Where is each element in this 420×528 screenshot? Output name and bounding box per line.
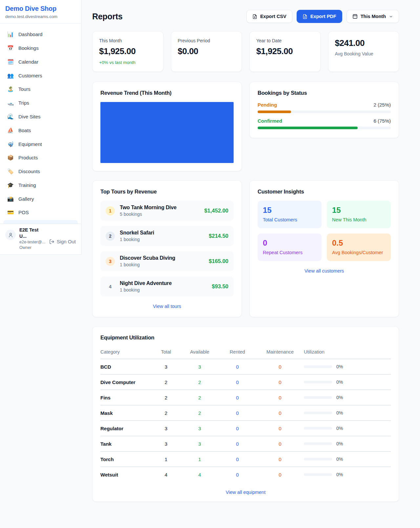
table-row: Mask 2 2 0 0 0% bbox=[100, 405, 391, 421]
stat-label: Avg Booking Value bbox=[335, 51, 392, 56]
page-header: Reports Export CSV Export PDF This Month bbox=[92, 10, 399, 23]
tour-row: 3 Discover Scuba Diving 1 booking $165.0… bbox=[100, 251, 234, 271]
tour-row: 2 Snorkel Safari 1 booking $214.50 bbox=[100, 226, 234, 246]
main-content: Reports Export CSV Export PDF This Month… bbox=[81, 0, 420, 515]
bookings-by-status-title: Bookings by Status bbox=[258, 90, 391, 96]
bookings-by-status-card: Bookings by Status Pending 2 (25%) Confi… bbox=[249, 82, 399, 138]
sidebar-item-tours[interactable]: 🏝️ Tours bbox=[3, 82, 78, 96]
user-name: E2E Test U... bbox=[19, 227, 46, 239]
sign-out-label: Sign Out bbox=[57, 239, 76, 244]
status-row-pending: Pending 2 (25%) bbox=[258, 102, 391, 113]
cell-available: 4 bbox=[181, 467, 219, 482]
sidebar-item-gallery[interactable]: 📸 Gallery bbox=[3, 192, 78, 206]
sidebar-item-label: Equipment bbox=[18, 141, 42, 147]
table-row: Fins 2 2 0 0 0% bbox=[100, 390, 391, 405]
sidebar-item-dashboard[interactable]: 📊 Dashboard bbox=[3, 28, 78, 41]
cell-rented: 0 bbox=[219, 390, 256, 405]
cell-total: 4 bbox=[151, 467, 181, 482]
shop-name: Demo Dive Shop bbox=[5, 5, 76, 12]
sidebar-item-pos[interactable]: 💳 POS bbox=[3, 206, 78, 219]
cell-maintenance: 0 bbox=[256, 421, 304, 436]
sidebar-item-training[interactable]: 🎓 Training bbox=[3, 178, 78, 192]
status-progress-fill bbox=[258, 127, 358, 129]
cell-maintenance: 0 bbox=[256, 467, 304, 482]
sidebar-item-dive-sites[interactable]: 🌊 Dive Sites bbox=[3, 110, 78, 124]
export-pdf-button[interactable]: Export PDF bbox=[297, 10, 342, 23]
user-meta: E2E Test U... e2e-tester@... Owner bbox=[19, 227, 46, 251]
cell-available: 3 bbox=[181, 436, 219, 452]
table-row: BCD 3 3 0 0 0% bbox=[100, 359, 391, 375]
export-csv-button[interactable]: Export CSV bbox=[246, 10, 292, 23]
tour-name: Night Dive Adventure bbox=[120, 280, 207, 286]
sidebar-item-customers[interactable]: 👥 Customers bbox=[3, 69, 78, 82]
calendar-icon bbox=[352, 14, 358, 19]
sidebar-item-label: Customers bbox=[18, 73, 42, 78]
sidebar-item-products[interactable]: 📦 Products bbox=[3, 151, 78, 165]
sign-out-button[interactable]: Sign Out bbox=[49, 233, 76, 251]
cell-rented: 0 bbox=[219, 359, 256, 375]
sidebar-item-calendar[interactable]: 🗓️ Calendar bbox=[3, 55, 78, 69]
tour-row: 4 Night Dive Adventure 1 booking $93.50 bbox=[100, 276, 234, 296]
credit-card-icon: 💳 bbox=[7, 209, 14, 215]
stat-value: $0.00 bbox=[178, 46, 235, 56]
cell-maintenance: 0 bbox=[256, 359, 304, 375]
period-dropdown[interactable]: This Month bbox=[346, 10, 399, 23]
table-row: Dive Computer 2 2 0 0 0% bbox=[100, 375, 391, 390]
cell-utilization: 0% bbox=[304, 421, 391, 436]
cell-total: 2 bbox=[151, 390, 181, 405]
sidebar-item-label: Gallery bbox=[18, 196, 34, 202]
tile-label: New This Month bbox=[332, 217, 386, 222]
sidebar-item-bookings[interactable]: 📅 Bookings bbox=[3, 41, 78, 55]
sidebar-item-label: POS bbox=[18, 210, 29, 215]
status-row-confirmed: Confirmed 6 (75%) bbox=[258, 118, 391, 129]
customers-icon: 👥 bbox=[7, 72, 14, 79]
view-all-customers-link[interactable]: View all customers bbox=[258, 268, 391, 274]
tour-name: Discover Scuba Diving bbox=[120, 255, 204, 261]
view-all-equipment-link[interactable]: View all equipment bbox=[100, 490, 391, 495]
user-email: e2e-tester@... bbox=[19, 239, 46, 245]
status-label: Confirmed bbox=[258, 118, 282, 124]
stat-card-previous-period: Previous Period $0.00 bbox=[171, 31, 242, 72]
file-download-icon bbox=[303, 14, 307, 19]
cell-utilization: 0% bbox=[304, 405, 391, 421]
cell-maintenance: 0 bbox=[256, 405, 304, 421]
top-tours-title: Top Tours by Revenue bbox=[100, 189, 234, 195]
tour-bookings: 5 bookings bbox=[120, 212, 200, 217]
tile-value: 0.5 bbox=[332, 238, 386, 248]
column-header-available: Available bbox=[181, 347, 219, 359]
cell-category: Dive Computer bbox=[100, 375, 151, 390]
avatar bbox=[5, 230, 16, 240]
status-progress-track bbox=[258, 111, 391, 113]
stat-value: $1,925.00 bbox=[256, 46, 314, 56]
person-icon bbox=[8, 232, 13, 238]
tour-name: Two Tank Morning Dive bbox=[120, 205, 200, 211]
cell-category: Torch bbox=[100, 452, 151, 467]
sidebar-item-equipment[interactable]: 🤿 Equipment bbox=[3, 137, 78, 151]
status-label: Pending bbox=[258, 102, 277, 108]
cell-available: 1 bbox=[181, 452, 219, 467]
sidebar-item-label: Training bbox=[18, 182, 36, 188]
rank-badge: 3 bbox=[106, 257, 115, 266]
tile-label: Avg Bookings/Customer bbox=[332, 250, 386, 255]
table-header-row: Category Total Available Rented Maintena… bbox=[100, 347, 391, 359]
status-progress-fill bbox=[258, 111, 291, 113]
insights-row: Top Tours by Revenue 1 Two Tank Morning … bbox=[92, 180, 399, 317]
sidebar-item-reports-partial[interactable] bbox=[3, 220, 78, 224]
speedboat-icon: 🛥️ bbox=[7, 100, 14, 106]
diving-mask-icon: 🤿 bbox=[7, 141, 14, 147]
cell-rented: 0 bbox=[219, 467, 256, 482]
tour-name: Snorkel Safari bbox=[120, 230, 204, 236]
table-row: Wetsuit 4 4 0 0 0% bbox=[100, 467, 391, 482]
stat-delta: +0% vs last month bbox=[99, 60, 157, 65]
sidebar-item-discounts[interactable]: 🏷️ Discounts bbox=[3, 165, 78, 178]
sign-out-icon bbox=[49, 239, 54, 244]
table-row: Tank 3 3 0 0 0% bbox=[100, 436, 391, 452]
user-role: Owner bbox=[19, 245, 46, 251]
sidebar-item-trips[interactable]: 🛥️ Trips bbox=[3, 96, 78, 110]
stat-card-year-to-date: Year to Date $1,925.00 bbox=[249, 31, 321, 72]
package-icon: 📦 bbox=[7, 154, 14, 161]
view-all-tours-link[interactable]: View all tours bbox=[100, 304, 234, 309]
rank-badge: 4 bbox=[106, 282, 115, 291]
sidebar-item-boats[interactable]: ⛵ Boats bbox=[3, 123, 78, 137]
sidebar-item-label: Calendar bbox=[18, 59, 38, 65]
